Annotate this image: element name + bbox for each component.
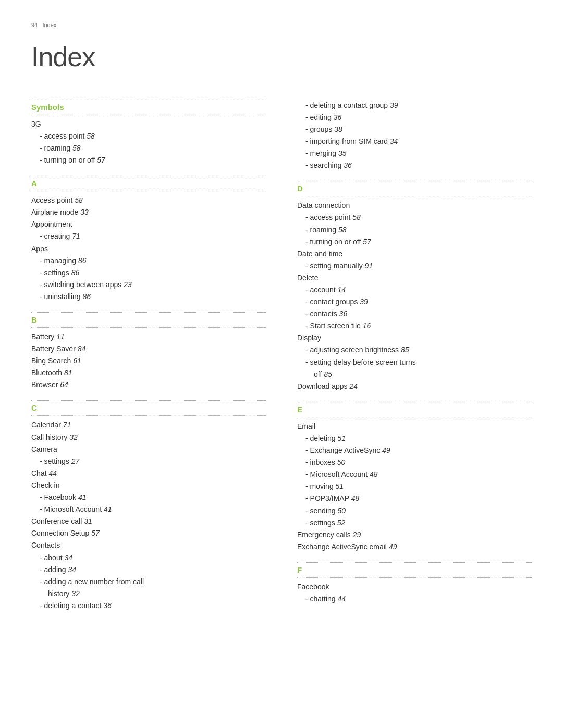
entry-page: 49	[389, 542, 397, 551]
list-item: - access point 58	[297, 212, 532, 224]
list-item: - Microsoft Account 48	[297, 468, 532, 480]
entry-page: 48	[370, 470, 378, 478]
entry-page: 58	[338, 226, 347, 234]
entry-text: - POP3/IMAP	[305, 494, 349, 502]
list-item: off 85	[297, 368, 532, 380]
list-item: - sending 50	[297, 505, 532, 517]
entry-text: - settings	[40, 268, 69, 277]
entry-page: 27	[71, 457, 80, 465]
entry-text: Chat	[31, 469, 47, 477]
entry-page: 44	[337, 595, 346, 603]
entry-text: - managing	[40, 256, 76, 265]
entry-text: - inboxes	[305, 458, 335, 466]
entry-text: - roaming	[305, 226, 336, 234]
entry-text: - contacts	[305, 310, 337, 318]
entry-page: 34	[64, 553, 72, 562]
entry-text: - sending	[305, 507, 336, 515]
entry-text: - editing	[305, 113, 332, 121]
entry-page: 36	[339, 310, 348, 318]
entry-text: off	[314, 370, 322, 378]
entry-page: 32	[69, 433, 78, 441]
entry-text: Email	[297, 422, 315, 430]
section-divider: E	[297, 402, 532, 417]
entry-text: - Exchange ActiveSync	[305, 446, 380, 454]
list-item: - setting manually 91	[297, 260, 532, 272]
entry-text: Call history	[31, 433, 67, 441]
list-item: - editing 36	[297, 112, 532, 124]
entry-page: 48	[351, 494, 360, 502]
entry-page: 58	[72, 144, 81, 152]
section-0-3: CCalendar 71Call history 32Camera- setti…	[31, 400, 266, 612]
entry-page: 49	[382, 446, 390, 454]
entry-text: - setting manually	[305, 262, 363, 270]
entry-page: 39	[360, 298, 368, 306]
entry-page: 86	[78, 256, 87, 265]
entry-text: 3G	[31, 120, 41, 128]
list-item: Camera	[31, 443, 266, 455]
entry-page: 51	[336, 482, 344, 490]
section-1-2: EEmail- deleting 51- Exchange ActiveSync…	[297, 402, 532, 553]
entry-page: 41	[78, 493, 87, 501]
list-item: - access point 58	[31, 130, 266, 142]
list-item: - settings 52	[297, 517, 532, 529]
entry-page: 81	[64, 368, 72, 377]
entry-page: 84	[78, 344, 86, 353]
entry-text: Display	[297, 334, 321, 342]
entry-page: 38	[334, 125, 342, 133]
section-divider: Symbols	[31, 100, 266, 115]
entry-text: Appointment	[31, 220, 72, 228]
entry-text: Contacts	[31, 541, 60, 549]
entry-text: - switching between apps	[40, 280, 121, 289]
entry-page: 61	[73, 356, 81, 365]
entry-text: - Facebook	[40, 493, 76, 501]
list-item: - about 34	[31, 552, 266, 564]
list-item: - contacts 36	[297, 308, 532, 320]
entry-text: - settings	[40, 457, 69, 465]
entry-text: - access point	[40, 132, 84, 140]
list-item: Browser 64	[31, 379, 266, 391]
entry-text: Bing Search	[31, 356, 71, 365]
entry-page: 86	[71, 268, 80, 277]
entry-text: - adjusting screen brightness	[305, 346, 399, 354]
entry-text: - deleting a contact group	[305, 101, 388, 109]
index-container: Symbols3G- access point 58- roaming 58- …	[31, 100, 532, 621]
list-item: - POP3/IMAP 48	[297, 492, 532, 504]
entry-page: 35	[338, 149, 347, 157]
entry-text: - turning on or off	[305, 238, 361, 246]
list-item: - importing from SIM card 34	[297, 135, 532, 147]
list-item: - creating 71	[31, 230, 266, 242]
list-item: Appointment	[31, 218, 266, 230]
entry-text: Battery	[31, 332, 54, 341]
list-item: Exchange ActiveSync email 49	[297, 541, 532, 553]
list-item: - searching 36	[297, 159, 532, 171]
list-item: - moving 51	[297, 480, 532, 492]
section-divider: D	[297, 181, 532, 196]
entry-page: 36	[103, 601, 112, 610]
entry-text: Calendar	[31, 421, 61, 429]
list-item: - turning on or off 57	[31, 154, 266, 166]
entry-page: 44	[48, 469, 57, 477]
entry-text: - deleting	[305, 434, 336, 442]
entry-text: - groups	[305, 125, 332, 133]
section-1-1: DData connection- access point 58- roami…	[297, 181, 532, 392]
entry-page: 24	[349, 382, 358, 390]
section-divider: B	[31, 312, 266, 328]
column-0: Symbols3G- access point 58- roaming 58- …	[31, 100, 266, 621]
list-item: Conference call 31	[31, 515, 266, 527]
entry-text: - roaming	[40, 144, 70, 152]
list-item: - adding 34	[31, 564, 266, 576]
list-item: Check in	[31, 479, 266, 491]
entry-page: 14	[337, 286, 346, 294]
list-item: Apps	[31, 243, 266, 255]
list-item: - roaming 58	[31, 142, 266, 154]
entry-page: 58	[352, 213, 361, 221]
entry-text: - adding	[40, 565, 66, 574]
entry-text: Conference call	[31, 517, 82, 525]
list-item: Delete	[297, 272, 532, 284]
entry-text: Bluetooth	[31, 368, 62, 377]
entry-text: - Microsoft Account	[305, 470, 368, 478]
list-item: - account 14	[297, 284, 532, 296]
entry-page: 57	[97, 156, 105, 164]
entry-text: Data connection	[297, 201, 350, 209]
list-item: - deleting 51	[297, 433, 532, 445]
